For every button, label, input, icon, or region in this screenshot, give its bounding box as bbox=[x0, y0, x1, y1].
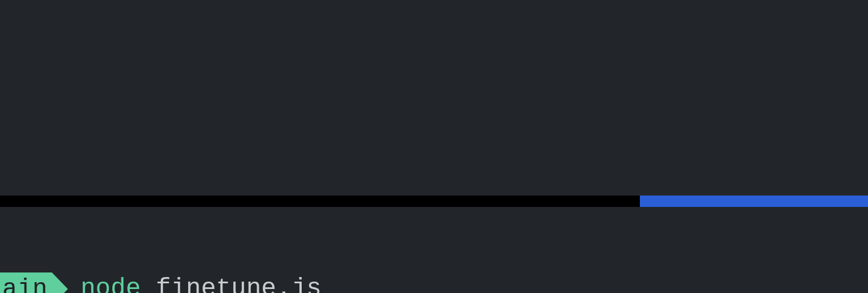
git-branch-badge: ain bbox=[0, 272, 52, 294]
space bbox=[141, 272, 156, 293]
window-title-bar bbox=[0, 196, 868, 207]
command-argument: finetune.js bbox=[156, 272, 321, 293]
terminal[interactable]: ain node finetune.js choices: [ { text: … bbox=[0, 131, 868, 293]
prompt-line: ain node finetune.js bbox=[0, 272, 868, 294]
title-bar-accent bbox=[640, 196, 868, 207]
command-name: node bbox=[80, 272, 141, 293]
